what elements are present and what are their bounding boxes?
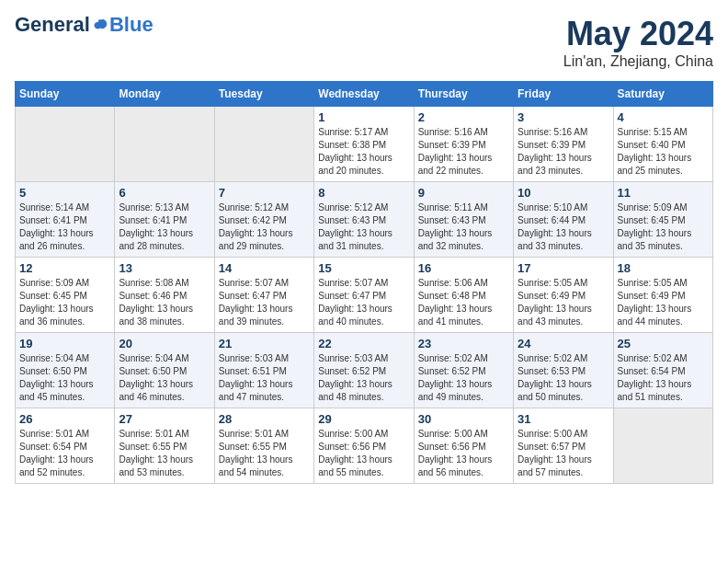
calendar-header-row: SundayMondayTuesdayWednesdayThursdayFrid… xyxy=(16,82,713,107)
day-number: 18 xyxy=(618,261,709,275)
day-info: Sunrise: 5:05 AMSunset: 6:49 PMDaylight:… xyxy=(618,277,709,328)
week-row-3: 12Sunrise: 5:09 AMSunset: 6:45 PMDayligh… xyxy=(16,258,713,333)
day-info: Sunrise: 5:02 AMSunset: 6:54 PMDaylight:… xyxy=(618,352,709,404)
day-cell: 18Sunrise: 5:05 AMSunset: 6:49 PMDayligh… xyxy=(613,258,712,333)
day-cell: 22Sunrise: 5:03 AMSunset: 6:52 PMDayligh… xyxy=(314,333,414,408)
day-cell xyxy=(16,107,115,182)
day-number: 23 xyxy=(418,337,509,350)
day-info: Sunrise: 5:12 AMSunset: 6:43 PMDaylight:… xyxy=(318,201,409,253)
day-info: Sunrise: 5:16 AMSunset: 6:39 PMDaylight:… xyxy=(418,126,509,178)
logo-blue: Blue xyxy=(109,15,154,35)
day-number: 1 xyxy=(318,110,409,124)
day-info: Sunrise: 5:04 AMSunset: 6:50 PMDaylight:… xyxy=(19,352,110,404)
day-cell: 2Sunrise: 5:16 AMSunset: 6:39 PMDaylight… xyxy=(414,107,513,182)
day-number: 14 xyxy=(219,261,310,275)
day-cell: 5Sunrise: 5:14 AMSunset: 6:41 PMDaylight… xyxy=(16,182,115,258)
header-saturday: Saturday xyxy=(613,82,712,107)
day-info: Sunrise: 5:06 AMSunset: 6:48 PMDaylight:… xyxy=(418,277,509,328)
day-number: 29 xyxy=(318,412,409,426)
day-cell: 10Sunrise: 5:10 AMSunset: 6:44 PMDayligh… xyxy=(514,182,613,258)
header-sunday: Sunday xyxy=(16,82,115,107)
day-number: 10 xyxy=(518,186,609,200)
day-info: Sunrise: 5:01 AMSunset: 6:55 PMDaylight:… xyxy=(219,428,310,479)
day-info: Sunrise: 5:02 AMSunset: 6:52 PMDaylight:… xyxy=(418,352,509,404)
day-number: 9 xyxy=(418,186,509,200)
day-cell: 28Sunrise: 5:01 AMSunset: 6:55 PMDayligh… xyxy=(214,408,313,484)
day-cell xyxy=(214,107,313,182)
day-cell: 12Sunrise: 5:09 AMSunset: 6:45 PMDayligh… xyxy=(16,258,115,333)
day-number: 19 xyxy=(19,337,110,350)
day-info: Sunrise: 5:07 AMSunset: 6:47 PMDaylight:… xyxy=(318,277,409,328)
day-cell: 23Sunrise: 5:02 AMSunset: 6:52 PMDayligh… xyxy=(414,333,513,408)
day-cell: 6Sunrise: 5:13 AMSunset: 6:41 PMDaylight… xyxy=(115,182,214,258)
day-number: 13 xyxy=(119,261,210,275)
calendar: SundayMondayTuesdayWednesdayThursdayFrid… xyxy=(15,81,713,484)
day-number: 4 xyxy=(618,110,709,124)
day-cell: 9Sunrise: 5:11 AMSunset: 6:43 PMDaylight… xyxy=(414,182,513,258)
day-info: Sunrise: 5:00 AMSunset: 6:56 PMDaylight:… xyxy=(418,428,509,479)
week-row-4: 19Sunrise: 5:04 AMSunset: 6:50 PMDayligh… xyxy=(16,333,713,408)
day-cell: 19Sunrise: 5:04 AMSunset: 6:50 PMDayligh… xyxy=(16,333,115,408)
day-cell: 27Sunrise: 5:01 AMSunset: 6:55 PMDayligh… xyxy=(115,408,214,484)
day-info: Sunrise: 5:03 AMSunset: 6:52 PMDaylight:… xyxy=(318,352,409,404)
day-info: Sunrise: 5:14 AMSunset: 6:41 PMDaylight:… xyxy=(19,201,110,253)
day-info: Sunrise: 5:03 AMSunset: 6:51 PMDaylight:… xyxy=(219,352,310,404)
day-info: Sunrise: 5:00 AMSunset: 6:57 PMDaylight:… xyxy=(518,428,609,479)
day-info: Sunrise: 5:00 AMSunset: 6:56 PMDaylight:… xyxy=(318,428,409,479)
header-friday: Friday xyxy=(514,82,613,107)
day-cell: 15Sunrise: 5:07 AMSunset: 6:47 PMDayligh… xyxy=(314,258,414,333)
day-number: 17 xyxy=(518,261,609,275)
day-number: 6 xyxy=(119,186,210,200)
subtitle: Lin'an, Zhejiang, China xyxy=(563,53,713,70)
day-number: 28 xyxy=(219,412,310,426)
day-number: 20 xyxy=(119,337,210,350)
day-number: 22 xyxy=(318,337,409,350)
day-cell: 3Sunrise: 5:16 AMSunset: 6:39 PMDaylight… xyxy=(514,107,613,182)
day-info: Sunrise: 5:12 AMSunset: 6:42 PMDaylight:… xyxy=(219,201,310,253)
day-cell: 14Sunrise: 5:07 AMSunset: 6:47 PMDayligh… xyxy=(214,258,313,333)
day-cell xyxy=(613,408,712,484)
day-cell: 20Sunrise: 5:04 AMSunset: 6:50 PMDayligh… xyxy=(115,333,214,408)
header-thursday: Thursday xyxy=(414,82,513,107)
day-cell: 8Sunrise: 5:12 AMSunset: 6:43 PMDaylight… xyxy=(314,182,414,258)
header-tuesday: Tuesday xyxy=(214,82,313,107)
day-info: Sunrise: 5:01 AMSunset: 6:54 PMDaylight:… xyxy=(19,428,110,479)
logo-bird-icon xyxy=(92,17,108,33)
day-cell: 31Sunrise: 5:00 AMSunset: 6:57 PMDayligh… xyxy=(514,408,613,484)
day-number: 2 xyxy=(418,110,509,124)
day-info: Sunrise: 5:10 AMSunset: 6:44 PMDaylight:… xyxy=(518,201,609,253)
header-wednesday: Wednesday xyxy=(314,82,414,107)
day-cell: 30Sunrise: 5:00 AMSunset: 6:56 PMDayligh… xyxy=(414,408,513,484)
day-cell: 29Sunrise: 5:00 AMSunset: 6:56 PMDayligh… xyxy=(314,408,414,484)
day-number: 25 xyxy=(618,337,709,350)
day-info: Sunrise: 5:11 AMSunset: 6:43 PMDaylight:… xyxy=(418,201,509,253)
day-number: 15 xyxy=(318,261,409,275)
day-number: 5 xyxy=(19,186,110,200)
day-number: 16 xyxy=(418,261,509,275)
day-number: 24 xyxy=(518,337,609,350)
week-row-1: 1Sunrise: 5:17 AMSunset: 6:38 PMDaylight… xyxy=(16,107,713,182)
day-info: Sunrise: 5:16 AMSunset: 6:39 PMDaylight:… xyxy=(518,126,609,178)
day-cell: 13Sunrise: 5:08 AMSunset: 6:46 PMDayligh… xyxy=(115,258,214,333)
day-info: Sunrise: 5:04 AMSunset: 6:50 PMDaylight:… xyxy=(119,352,210,404)
day-number: 3 xyxy=(518,110,609,124)
day-number: 30 xyxy=(418,412,509,426)
day-cell: 21Sunrise: 5:03 AMSunset: 6:51 PMDayligh… xyxy=(214,333,313,408)
day-number: 7 xyxy=(219,186,310,200)
day-cell: 25Sunrise: 5:02 AMSunset: 6:54 PMDayligh… xyxy=(613,333,712,408)
week-row-2: 5Sunrise: 5:14 AMSunset: 6:41 PMDaylight… xyxy=(16,182,713,258)
day-cell: 1Sunrise: 5:17 AMSunset: 6:38 PMDaylight… xyxy=(314,107,414,182)
header-monday: Monday xyxy=(115,82,214,107)
logo-general: General xyxy=(15,15,90,35)
day-cell: 7Sunrise: 5:12 AMSunset: 6:42 PMDaylight… xyxy=(214,182,313,258)
day-info: Sunrise: 5:07 AMSunset: 6:47 PMDaylight:… xyxy=(219,277,310,328)
title-area: May 2024 Lin'an, Zhejiang, China xyxy=(563,15,713,70)
day-info: Sunrise: 5:15 AMSunset: 6:40 PMDaylight:… xyxy=(618,126,709,178)
day-number: 11 xyxy=(618,186,709,200)
day-number: 8 xyxy=(318,186,409,200)
day-number: 31 xyxy=(518,412,609,426)
day-number: 26 xyxy=(19,412,110,426)
day-info: Sunrise: 5:01 AMSunset: 6:55 PMDaylight:… xyxy=(119,428,210,479)
main-title: May 2024 xyxy=(563,15,713,53)
day-cell: 17Sunrise: 5:05 AMSunset: 6:49 PMDayligh… xyxy=(514,258,613,333)
